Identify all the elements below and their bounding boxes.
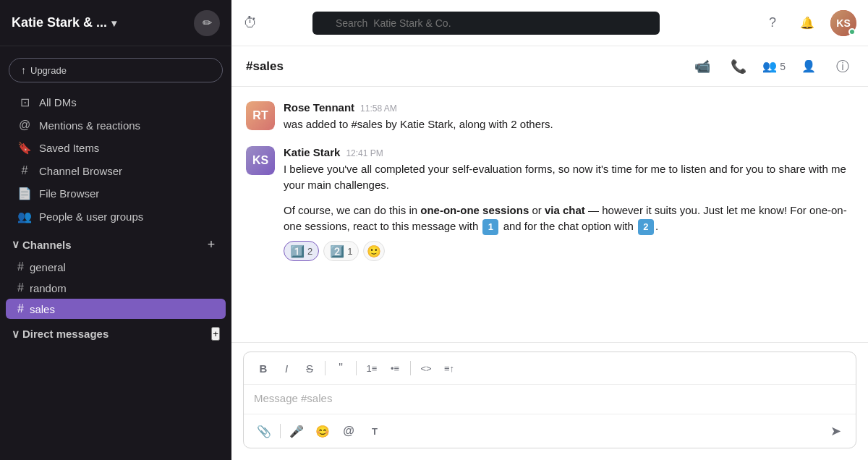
upgrade-icon: ↑	[21, 64, 26, 76]
members-icon: 👥	[762, 59, 777, 73]
members-count-text: 5	[780, 61, 786, 72]
mentions-icon: @	[17, 119, 32, 132]
reaction-emoji: 1️⃣	[290, 244, 305, 258]
sidebar: Katie Stark & ... ▾ ✏ ↑ Upgrade ⊡ All DM…	[0, 0, 231, 460]
history-button[interactable]: ⏱	[243, 14, 258, 31]
sidebar-item-label: Channel Browser	[39, 165, 122, 177]
messages-area: RT Rose Tennant 11:58 AM was added to #s…	[231, 87, 868, 342]
unordered-list-button[interactable]: •≡	[384, 358, 406, 378]
mention-button[interactable]: @	[337, 420, 360, 442]
channels-chevron: ∨	[12, 238, 20, 251]
send-button[interactable]: ➤	[824, 420, 847, 442]
all-dms-icon: ⊡	[17, 95, 32, 109]
dm-section-header[interactable]: ∨ Direct messages +	[0, 320, 231, 344]
sidebar-header: Katie Stark & ... ▾ ✏	[0, 0, 231, 46]
strikethrough-button[interactable]: S	[299, 358, 320, 378]
notifications-button[interactable]: 🔔	[796, 12, 819, 35]
bold-via-chat: via chat	[545, 204, 585, 216]
message-text: was added to #sales by Katie Stark, alon…	[284, 116, 854, 133]
badge-1: 1	[482, 219, 498, 235]
sidebar-item-label: Saved Items	[39, 142, 99, 154]
main-area: ⏱ 🔍 ? 🔔 KS #sales 📹 📞 👥	[231, 0, 868, 460]
sidebar-item-label: All DMs	[39, 96, 77, 108]
message-row: KS Katie Stark 12:41 PM I believe you've…	[246, 146, 854, 262]
channel-item-sales[interactable]: # sales	[6, 299, 226, 319]
dm-chevron: ∨	[12, 328, 20, 341]
sidebar-item-people[interactable]: 👥 People & user groups	[6, 205, 226, 228]
format-button[interactable]: T	[363, 420, 386, 442]
reactions-bar: 1️⃣ 2 2️⃣ 1 🙂	[284, 241, 854, 261]
add-member-button[interactable]: 👤	[797, 56, 820, 76]
compose-placeholder: Message #sales	[254, 392, 332, 404]
video-call-button[interactable]: 📹	[690, 56, 715, 77]
message-avatar: RT	[246, 101, 275, 130]
italic-button[interactable]: I	[276, 358, 297, 378]
ordered-list-button[interactable]: 1≡	[361, 358, 383, 378]
message-paragraph-1: I believe you've all completed your self…	[284, 161, 854, 194]
phone-call-button[interactable]: 📞	[726, 56, 751, 77]
hash-icon: #	[17, 302, 24, 315]
sidebar-content: ↑ Upgrade ⊡ All DMs @ Mentions & reactio…	[0, 46, 231, 460]
emoji-button[interactable]: 😊	[311, 420, 334, 442]
toolbar-divider	[410, 361, 411, 375]
main-header: ⏱ 🔍 ? 🔔 KS	[231, 0, 868, 46]
workspace-name[interactable]: Katie Stark & ... ▾	[12, 15, 116, 30]
search-wrapper: 🔍	[312, 12, 660, 35]
microphone-button[interactable]: 🎤	[285, 420, 308, 442]
reaction-1[interactable]: 1️⃣ 2	[284, 241, 319, 261]
search-input[interactable]	[312, 12, 660, 35]
message-time: 11:58 AM	[360, 103, 397, 114]
bold-button[interactable]: B	[252, 358, 274, 378]
compose-input[interactable]: Message #sales	[244, 385, 856, 414]
message-author: Katie Stark	[284, 146, 340, 158]
sidebar-item-all-dms[interactable]: ⊡ All DMs	[6, 91, 226, 114]
search-bar: 🔍	[312, 12, 660, 35]
channel-info-button[interactable]: ⓘ	[832, 55, 854, 78]
message-content: Katie Stark 12:41 PM I believe you've al…	[284, 146, 854, 262]
sidebar-item-label: File Browser	[39, 187, 99, 200]
channels-label-text: Channels	[22, 239, 72, 251]
message-paragraph-2: Of course, we can do this in one-on-one …	[284, 203, 854, 236]
channels-section-label: ∨ Channels	[12, 238, 72, 251]
toolbar-divider	[325, 361, 326, 375]
sidebar-item-mentions[interactable]: @ Mentions & reactions	[6, 114, 226, 136]
avatar-image: KS	[246, 146, 275, 175]
channel-item-general[interactable]: # general	[6, 257, 226, 277]
channel-header: #sales 📹 📞 👥 5 👤 ⓘ	[231, 46, 868, 87]
compose-area: B I S " 1≡ •≡ <> ≡↑ Message #sales 📎 🎤 😊	[231, 342, 868, 460]
header-left: ⏱	[243, 14, 258, 31]
add-channel-button[interactable]: +	[203, 236, 220, 253]
channel-name: general	[30, 261, 66, 273]
reaction-2[interactable]: 2️⃣ 1	[323, 241, 359, 261]
channels-section-header[interactable]: ∨ Channels +	[0, 229, 231, 256]
sidebar-item-file-browser[interactable]: 📄 File Browser	[6, 182, 226, 205]
channel-browser-icon: #	[17, 164, 32, 177]
compose-actions: 📎 🎤 😊 @ T ➤	[244, 414, 856, 448]
workspace-chevron: ▾	[111, 17, 116, 29]
upgrade-button[interactable]: ↑ Upgrade	[9, 58, 223, 82]
edit-workspace-button[interactable]: ✏	[194, 10, 220, 36]
sidebar-item-channel-browser[interactable]: # Channel Browser	[6, 160, 226, 182]
reaction-emoji: 2️⃣	[330, 244, 344, 258]
saved-icon: 🔖	[17, 141, 32, 155]
user-avatar[interactable]: KS	[830, 10, 856, 36]
toolbar-divider	[356, 361, 357, 375]
add-reaction-button[interactable]: 🙂	[363, 241, 385, 261]
message-header: Katie Stark 12:41 PM	[284, 146, 854, 158]
code-button[interactable]: <>	[415, 358, 437, 378]
sidebar-item-label: Mentions & reactions	[39, 119, 140, 132]
members-count[interactable]: 👥 5	[762, 59, 786, 73]
message-author: Rose Tennant	[284, 101, 354, 114]
message-avatar: KS	[246, 146, 275, 175]
actions-divider	[280, 424, 281, 438]
indent-button[interactable]: ≡↑	[438, 358, 460, 378]
channel-title: #sales	[246, 59, 284, 74]
add-dm-button[interactable]: +	[211, 327, 220, 341]
channel-item-random[interactable]: # random	[6, 278, 226, 298]
compose-toolbar: B I S " 1≡ •≡ <> ≡↑	[244, 352, 856, 385]
help-button[interactable]: ?	[761, 12, 784, 35]
quote-button[interactable]: "	[330, 358, 352, 378]
sidebar-item-saved[interactable]: 🔖 Saved Items	[6, 137, 226, 159]
attach-button[interactable]: 📎	[252, 420, 276, 442]
message-time: 12:41 PM	[346, 148, 383, 158]
